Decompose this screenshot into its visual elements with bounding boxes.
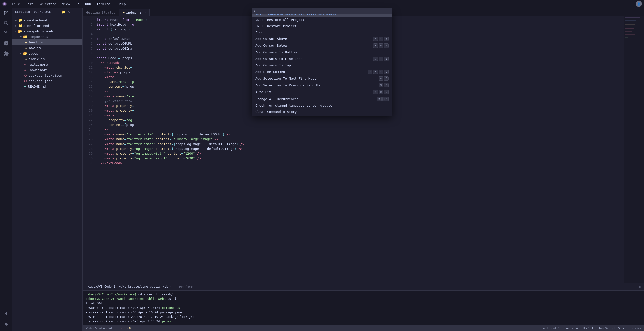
activity-search[interactable] xyxy=(2,19,11,28)
status-bar: ⎇ dev/real-estate ↻ ✕ 0 ⚠ 0 Ln 1, Col 1 xyxy=(83,325,644,331)
activity-extensions[interactable] xyxy=(2,49,11,58)
collapse-icon[interactable]: ⊟ xyxy=(71,9,75,14)
avatar[interactable]: 👤 xyxy=(636,1,642,7)
activity-git[interactable] xyxy=(2,29,11,38)
cp-item-4[interactable]: Add Cursor Above ⌥⌘↑ xyxy=(252,35,392,42)
minimap xyxy=(624,16,644,283)
terminal-tab-main[interactable]: cabox@VS-Code-2: ~/workspace/acme-public… xyxy=(85,283,174,290)
line-ending-text: LF xyxy=(592,327,595,330)
status-line-col[interactable]: Ln 1, Col 1 xyxy=(541,327,560,330)
tree-item-package-json[interactable]: ⬡ package.json xyxy=(12,78,82,84)
terminal-content[interactable]: cabox@VS-Code-2:~/workspace$ cd acme-pub… xyxy=(83,291,644,325)
terminal-maximize-icon[interactable]: ⊞ xyxy=(639,285,641,289)
cp-item-2[interactable]: .NET: Restore Project xyxy=(252,23,392,29)
tree-item-components[interactable]: ▼ 📂 components xyxy=(12,34,82,39)
activity-remote[interactable] xyxy=(2,309,11,318)
encoding-text: UTF-8 xyxy=(581,327,589,330)
tree-item-pages[interactable]: ▼ 📂 pages xyxy=(12,51,82,56)
menu-view[interactable]: View xyxy=(60,2,72,6)
tree-item-label: head.js xyxy=(29,40,43,44)
tree-item-acme-backend[interactable]: ▶ 📁 acme-backend xyxy=(12,17,82,23)
menu-edit[interactable]: Edit xyxy=(23,2,36,6)
cp-item-shortcut: ⌘F2 xyxy=(377,97,389,101)
tree-item-label: package-lock.json xyxy=(29,74,62,77)
terminal-line-3: total 304 xyxy=(86,301,641,306)
cp-item-1[interactable]: .NET: Restore All Projects xyxy=(252,17,392,23)
line-numbers: 1234567891011121314151617181920212223242… xyxy=(83,16,95,283)
status-encoding[interactable]: UTF-8 xyxy=(581,327,589,330)
menu-selection[interactable]: Selection xyxy=(36,2,59,6)
cp-item-14[interactable]: Check for clangd language server update xyxy=(252,102,392,109)
refresh-icon[interactable]: ↻ xyxy=(67,9,70,14)
svg-rect-8 xyxy=(625,26,636,26)
new-file-icon[interactable]: + xyxy=(56,9,60,14)
new-folder-icon[interactable]: 📁 xyxy=(61,9,66,14)
panel-tab-label: Problems xyxy=(179,285,194,289)
status-selection-view[interactable]: Selection View xyxy=(618,327,641,330)
branch-icon: ⎇ xyxy=(85,327,88,330)
error-icon: ✕ xyxy=(121,327,123,330)
tree-item-gitignore[interactable]: ◇ .gitignore xyxy=(12,62,82,67)
cp-item-label: .NET: Restore All Projects xyxy=(255,18,389,22)
selection-view-text: Selection View xyxy=(618,327,641,330)
arrow-icon: ▶ xyxy=(15,19,17,22)
cp-item-12[interactable]: Auto Fix... ⌥⌘. xyxy=(252,89,392,96)
status-bar-right: Ln 1, Col 1 Spaces: 4 UTF-8 LF JavaScrip… xyxy=(541,327,641,330)
menu-go[interactable]: Go xyxy=(73,2,82,6)
cp-item-5[interactable]: Add Cursor Below ⌥⌘↓ xyxy=(252,42,392,49)
tab-index-js[interactable]: ◆ index.js ✕ xyxy=(119,9,150,16)
error-count: 0 xyxy=(124,327,126,330)
folder-icon: 📁 xyxy=(18,18,22,22)
tree-item-head-js[interactable]: ◆ head.js xyxy=(12,39,82,45)
tree-item-readme-md[interactable]: ≡ README.md xyxy=(12,84,82,89)
cp-item-8[interactable]: Add Cursors To Top xyxy=(252,62,392,68)
line-col-text: Ln 1, Col 1 xyxy=(541,327,560,330)
cp-item-9[interactable]: Add Line Comment ⌘K⌘C xyxy=(252,68,392,75)
tab-label: Getting Started xyxy=(86,11,115,14)
cp-item-shortcut: ⌥⌘↓ xyxy=(373,43,389,48)
cp-item-3[interactable]: About xyxy=(252,29,392,35)
terminal-tab-close-icon[interactable]: ✕ xyxy=(170,285,171,288)
menu-terminal[interactable]: Terminal xyxy=(94,2,115,6)
tree-item-index-js[interactable]: ◆ index.js xyxy=(12,56,82,62)
command-palette[interactable]: .NET: Generate Assets for Build and Debu… xyxy=(252,10,392,116)
tab-getting-started[interactable]: Getting Started xyxy=(83,9,119,16)
status-line-ending[interactable]: LF xyxy=(592,327,595,330)
tree-item-nowignore[interactable]: ◇ .nowignore xyxy=(12,67,82,73)
cp-item-6[interactable]: Add Cursors To Bottom xyxy=(252,49,392,55)
status-spaces[interactable]: Spaces: 4 xyxy=(563,327,578,330)
cp-item-13[interactable]: Change All Occurrences ⌘F2 xyxy=(252,96,392,102)
svg-rect-9 xyxy=(625,28,634,29)
activity-settings[interactable] xyxy=(2,319,11,328)
menu-help[interactable]: Help xyxy=(115,2,128,6)
status-branch[interactable]: ⎇ dev/real-estate xyxy=(85,327,114,330)
menu-run[interactable]: Run xyxy=(83,2,93,6)
cp-item-11[interactable]: Add Selection To Previous Find Match ⌘D xyxy=(252,82,392,89)
menu-file[interactable]: File xyxy=(10,2,22,6)
activity-run[interactable] xyxy=(2,39,11,48)
cp-item-label: .NET: Restore Project xyxy=(255,24,389,28)
cp-item-7[interactable]: Add Cursors to Line Ends ⇧⌥I xyxy=(252,55,392,62)
tree-item-acme-public-web[interactable]: ▼ 📂 acme-public-web xyxy=(12,28,82,34)
status-errors[interactable]: ✕ 0 ⚠ 0 xyxy=(121,327,131,330)
status-sync[interactable]: ↻ xyxy=(117,327,118,330)
cp-item-0[interactable]: .NET: Generate Assets for Build and Debu… xyxy=(252,10,392,17)
status-language[interactable]: JavaScript xyxy=(598,327,615,330)
activity-explorer[interactable] xyxy=(2,9,11,18)
tree-item-acme-frontend[interactable]: ▶ 📁 acme-frontend xyxy=(12,23,82,28)
arrow-icon: ▼ xyxy=(20,35,22,38)
cp-item-10[interactable]: Add Selection To Next Find Match ⌘D xyxy=(252,75,392,82)
language-text: JavaScript xyxy=(598,327,615,330)
arrow-icon: ▼ xyxy=(20,52,22,55)
tree-item-nav-js[interactable]: ◆ nav.js xyxy=(12,45,82,51)
more-icon[interactable]: ⋯ xyxy=(76,9,79,14)
terminal-line-1: cabox@VS-Code-2:~/workspace$ cd acme-pub… xyxy=(86,292,641,297)
cp-item-label: About xyxy=(255,30,389,34)
title-bar: File Edit Selection View Go Run Terminal… xyxy=(0,0,644,8)
panel-tab-problems[interactable]: Problems xyxy=(176,283,197,290)
cp-item-16[interactable]: Close xyxy=(252,115,392,116)
tree-item-package-lock-json[interactable]: ⬡ package-lock.json xyxy=(12,73,82,78)
cp-item-15[interactable]: Clear Command History xyxy=(252,109,392,115)
cp-item-label: Add Selection To Next Find Match xyxy=(255,77,377,80)
tab-close-icon[interactable]: ✕ xyxy=(144,11,146,14)
